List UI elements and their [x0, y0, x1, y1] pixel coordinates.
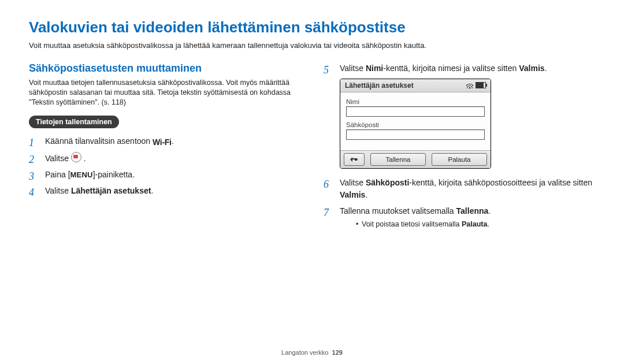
page-footer: Langaton verkko 129 [0, 349, 624, 356]
step-7-note: Voit poistaa tietosi valitsemalla Palaut… [356, 219, 595, 230]
step-4: 4 Valitse Lähettäjän asetukset. [29, 185, 300, 198]
step-7: 7 Tallenna muutokset valitsemalla Tallen… [324, 205, 595, 230]
left-column: Sähköpostiasetusten muuttaminen Voit muu… [29, 62, 300, 233]
step-6-b1: Sähköposti [366, 178, 409, 187]
step-number: 5 [324, 62, 329, 79]
device-body: Nimi Sähköposti [340, 92, 491, 150]
step-5-post: . [545, 64, 547, 73]
step-number: 4 [29, 185, 34, 201]
step-7-note-b: Palauta [462, 220, 487, 228]
device-back-button[interactable] [344, 153, 365, 166]
step-6-mid: -kenttä, kirjoita sähköpostiosoitteesi j… [409, 178, 592, 187]
subhead-description: Voit muuttaa tietojen tallennusasetuksia… [29, 78, 300, 107]
step-2-text-pre: Valitse [45, 154, 71, 163]
step-number: 3 [29, 169, 34, 185]
step-1-text-post: . [172, 136, 174, 146]
step-1: 1 Käännä tilanvalitsin asentoon Wi-Fi. [29, 135, 300, 149]
right-column: 5 Valitse Nimi-kenttä, kirjoita nimesi j… [324, 62, 595, 233]
step-3-text-pre: Paina [ [45, 170, 70, 179]
step-1-text-pre: Käännä tilanvalitsin asentoon [45, 136, 153, 146]
step-5-b2: Valmis [519, 64, 544, 73]
step-5-text-pre: Valitse [340, 64, 366, 73]
step-4-text-post: . [151, 186, 153, 195]
step-4-text-pre: Valitse [45, 186, 71, 195]
intro-text: Voit muuttaa asetuksia sähköpostivalikos… [29, 41, 595, 50]
step-2: 2 Valitse . [29, 152, 300, 165]
step-7-post: . [488, 206, 491, 216]
step-7-text-pre: Tallenna muutokset valitsemalla [340, 206, 456, 216]
back-arrow-icon [350, 157, 359, 162]
step-6-post: . [365, 190, 367, 199]
page-title: Valokuvien tai videoiden lähettäminen sä… [29, 18, 595, 36]
step-5: 5 Valitse Nimi-kenttä, kirjoita nimesi j… [324, 62, 595, 75]
step-number: 7 [324, 205, 329, 221]
step-7-note-post: . [487, 220, 489, 228]
step-5-b1: Nimi [366, 64, 383, 73]
device-header: Lähettäjän asetukset [340, 79, 491, 92]
device-screenshot: Lähettäjän asetukset Nimi Sähköposti [340, 79, 491, 169]
device-save-button[interactable]: Tallenna [370, 153, 426, 166]
subhead-email-settings: Sähköpostiasetusten muuttaminen [29, 62, 300, 75]
device-label-name: Nimi [346, 98, 485, 105]
battery-icon [476, 82, 486, 88]
footer-section: Langaton verkko [281, 349, 328, 356]
device-field-name[interactable] [346, 106, 485, 117]
step-3: 3 Paina [MENU]-painiketta. [29, 169, 300, 181]
pill-tietojen-tallentaminen: Tietojen tallentaminen [29, 116, 119, 128]
step-7-note-pre: Voit poistaa tietosi valitsemalla [362, 220, 462, 228]
device-footer: Tallenna Palauta [340, 150, 491, 168]
menu-button-label: MENU [70, 170, 93, 179]
device-header-title: Lähettäjän asetukset [345, 81, 414, 90]
step-5-mid: -kenttä, kirjoita nimesi ja valitse sitt… [383, 64, 519, 73]
step-6-b2: Valmis [340, 190, 365, 199]
email-app-icon [71, 152, 81, 162]
step-6: 6 Valitse Sähköposti-kenttä, kirjoita sä… [324, 177, 595, 202]
step-2-text-post: . [81, 154, 86, 163]
step-7-b1: Tallenna [456, 206, 489, 216]
step-number: 2 [29, 152, 34, 168]
step-number: 6 [324, 177, 329, 193]
step-number: 1 [29, 135, 34, 151]
step-6-text-pre: Valitse [340, 178, 366, 187]
step-3-text-post: ]-painiketta. [93, 170, 135, 179]
device-reset-button[interactable]: Palauta [432, 153, 487, 166]
wifi-signal-icon [466, 83, 473, 88]
step-4-bold: Lähettäjän asetukset [71, 186, 151, 195]
wifi-icon: Wi-Fi [153, 136, 172, 149]
device-label-email: Sähköposti [346, 121, 485, 128]
footer-page-number: 129 [332, 349, 343, 356]
device-field-email[interactable] [346, 129, 485, 140]
